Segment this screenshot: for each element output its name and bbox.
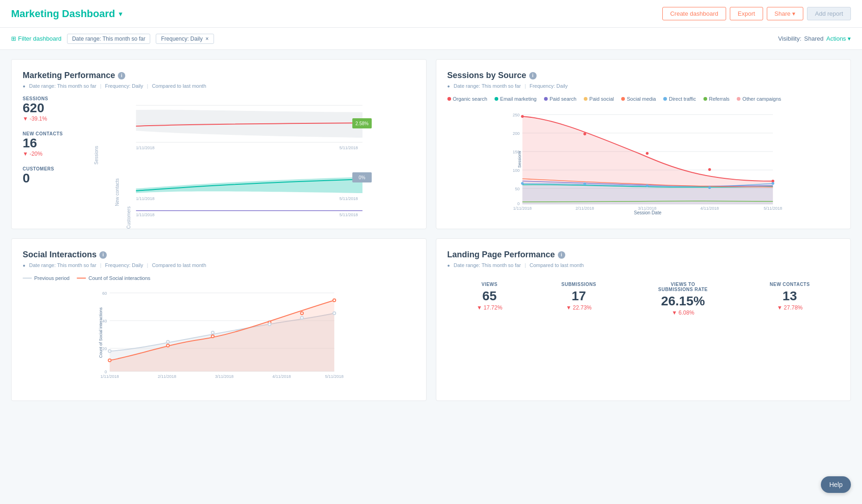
svg-text:4/11/2018: 4/11/2018 (700, 206, 719, 211)
dashboard-title[interactable]: Marketing Dashboard ▾ (11, 8, 122, 20)
lp-metric-submissions: SUBMISSIONS 17 ▼ 22.73% (562, 282, 597, 316)
legend-other: Other campaigns (737, 96, 781, 102)
mp-date-start: 1/11/2018 (136, 146, 154, 150)
svg-text:Customers: Customers (126, 206, 131, 229)
svg-text:0: 0 (517, 201, 520, 206)
legend-prev-period: Previous period (23, 275, 69, 281)
submissions-down-arrow: ▼ (566, 304, 571, 311)
svg-text:0: 0 (104, 370, 107, 374)
svg-point-60 (268, 323, 271, 326)
svg-point-62 (333, 312, 336, 315)
svg-point-34 (708, 186, 711, 189)
contacts-down-arrow: ▼ (23, 151, 28, 157)
svg-point-53 (211, 335, 214, 338)
legend-referrals: Referrals (703, 96, 730, 102)
svg-text:4/11/2018: 4/11/2018 (272, 374, 291, 379)
svg-point-26 (521, 115, 524, 118)
dashboard-title-text: Marketing Dashboard (11, 8, 115, 20)
svg-point-51 (108, 359, 111, 362)
rate-down-arrow: ▼ (672, 310, 677, 316)
svg-text:5/11/2018: 5/11/2018 (325, 374, 343, 379)
lp-metric-rate: VIEWS TO SUBMISSIONS RATE 26.15% ▼ 6.08% (655, 282, 711, 316)
share-caret-icon: ▾ (792, 10, 795, 17)
svg-point-28 (646, 152, 648, 155)
sessions-by-source-card: Sessions by Source i ● Date range: This … (436, 59, 851, 229)
frequency-tag[interactable]: Frequency: Daily × (156, 34, 214, 44)
lp-metric-new-contacts: NEW CONTACTS 13 ▼ 27.78% (770, 282, 810, 316)
top-header: Marketing Dashboard ▾ Create dashboard E… (0, 0, 862, 28)
marketing-performance-card: Marketing Performance i ● Date range: Th… (11, 59, 427, 229)
svg-text:Sessions: Sessions (517, 151, 522, 168)
svg-point-35 (771, 182, 774, 185)
share-button[interactable]: Share ▾ (767, 7, 804, 20)
sessions-source-info-icon[interactable]: i (529, 72, 537, 79)
svg-point-33 (646, 184, 648, 187)
landing-page-meta: ● Date range: This month so far | Compar… (447, 262, 840, 268)
marketing-performance-meta: ● Date range: This month so far | Freque… (23, 83, 415, 89)
customers-stat: CUSTOMERS 0 (23, 166, 73, 186)
svg-text:Session Date: Session Date (634, 210, 661, 215)
meta-dot-icon3: ● (23, 263, 25, 268)
lp-metric-views: VIEWS 65 ▼ 17.72% (477, 282, 502, 316)
social-info-icon[interactable]: i (99, 251, 107, 259)
legend-paid-social: Paid social (584, 96, 614, 102)
marketing-performance-info-icon[interactable]: i (118, 72, 125, 79)
svg-text:50: 50 (515, 187, 520, 191)
legend-count-social: Count of Social interactions (77, 275, 150, 281)
svg-text:5/11/2018: 5/11/2018 (339, 196, 358, 201)
legend-paid-search: Paid search (544, 96, 576, 102)
social-interactions-card: Social Interactions i ● Date range: This… (11, 238, 427, 401)
sessions-change: ▼ -39.1% (23, 115, 73, 122)
frequency-tag-close[interactable]: × (206, 36, 209, 42)
svg-text:Count of Social interactions: Count of Social interactions (98, 307, 103, 358)
svg-text:60: 60 (102, 291, 107, 296)
export-button[interactable]: Export (730, 7, 763, 20)
svg-point-32 (583, 182, 586, 185)
mp-date-end: 5/11/2018 (339, 146, 358, 150)
new-contacts-change: ▼ -20% (23, 151, 73, 157)
mp-chart: Sessions 1/11/2018 5/11/2018 2.58% (79, 96, 415, 218)
social-meta: ● Date range: This month so far | Freque… (23, 262, 415, 268)
filter-right: Visibility: Shared Actions ▾ (778, 35, 851, 42)
svg-text:250: 250 (513, 113, 520, 117)
mp-stats: SESSIONS 620 ▼ -39.1% NEW CONTACTS 16 ▼ … (23, 96, 73, 218)
svg-point-56 (333, 299, 336, 302)
actions-link[interactable]: Actions ▾ (826, 35, 851, 42)
svg-point-31 (521, 182, 524, 185)
views-down-arrow: ▼ (477, 304, 482, 311)
sessions-by-source-title: Sessions by Source i (447, 71, 840, 80)
svg-text:0%: 0% (359, 175, 366, 180)
filter-grid-icon: ⊞ (11, 35, 16, 42)
add-report-button: Add report (807, 7, 851, 20)
new-contacts-stat: NEW CONTACTS 16 ▼ -20% (23, 131, 73, 157)
sessions-stat: SESSIONS 620 ▼ -39.1% (23, 96, 73, 122)
svg-point-61 (300, 316, 303, 319)
svg-point-57 (108, 350, 111, 352)
svg-text:2/11/2018: 2/11/2018 (575, 206, 594, 211)
create-dashboard-button[interactable]: Create dashboard (662, 7, 726, 20)
svg-text:1/11/2018: 1/11/2018 (100, 374, 119, 379)
header-actions: Create dashboard Export Share ▾ Add repo… (662, 7, 851, 20)
legend-social-media: Social media (621, 96, 656, 102)
mp-chart-container: SESSIONS 620 ▼ -39.1% NEW CONTACTS 16 ▼ … (23, 96, 415, 218)
svg-point-27 (583, 133, 586, 135)
svg-text:3/11/2018: 3/11/2018 (215, 374, 233, 379)
social-interactions-title: Social Interactions i (23, 250, 415, 260)
filter-left: ⊞ Filter dashboard Date range: This mont… (11, 34, 214, 44)
sessions-down-arrow: ▼ (23, 115, 28, 122)
svg-text:5/11/2018: 5/11/2018 (339, 213, 358, 217)
marketing-performance-title: Marketing Performance i (23, 71, 415, 80)
svg-text:1/11/2018: 1/11/2018 (513, 206, 532, 211)
svg-text:New contacts: New contacts (115, 178, 120, 206)
new-contacts-down-arrow: ▼ (777, 304, 783, 311)
svg-text:200: 200 (513, 131, 520, 136)
meta-dot-icon: ● (23, 84, 25, 89)
social-legend: Previous period Count of Social interact… (23, 275, 415, 281)
svg-point-58 (166, 340, 169, 343)
filter-dashboard-link[interactable]: ⊞ Filter dashboard (11, 35, 61, 42)
date-range-tag[interactable]: Date range: This month so far (67, 34, 151, 44)
lp-metrics: VIEWS 65 ▼ 17.72% SUBMISSIONS 17 ▼ 22.73… (447, 282, 840, 316)
landing-page-info-icon[interactable]: i (558, 251, 565, 259)
sessions-source-legend: Organic search Email marketing Paid sear… (447, 96, 840, 102)
legend-email: Email marketing (495, 96, 537, 102)
